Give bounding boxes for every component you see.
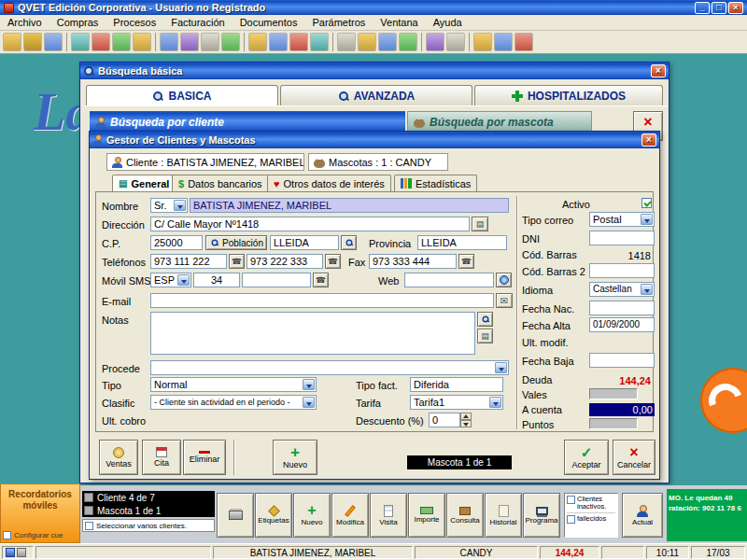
ventas-button[interactable]: Ventas bbox=[99, 440, 138, 475]
client-nav-button[interactable] bbox=[84, 493, 93, 502]
tarifa-select[interactable]: Tarifa1 bbox=[410, 395, 503, 410]
search-dialog-close-button[interactable]: × bbox=[651, 64, 666, 77]
stock-toolbar-icon[interactable] bbox=[221, 33, 240, 51]
web-input[interactable] bbox=[404, 273, 494, 287]
menu-archivo[interactable]: Archivo bbox=[0, 15, 49, 30]
sales-toolbar-icon[interactable] bbox=[92, 33, 110, 51]
fax-call-button[interactable]: ☎ bbox=[458, 254, 474, 269]
visita-button[interactable]: Visita bbox=[370, 493, 407, 538]
movil-input[interactable] bbox=[242, 273, 311, 287]
client-selector-tab[interactable]: Cliente : BATISTA JIMENEZ, MARIBEL bbox=[106, 153, 304, 171]
calculator-toolbar-icon[interactable] bbox=[337, 33, 356, 51]
documents-toolbar-icon[interactable] bbox=[201, 33, 219, 51]
window-titlebar[interactable]: QVET Edición Corporativa - Usuario no Re… bbox=[0, 0, 747, 15]
cp-input[interactable]: 25000 bbox=[150, 235, 203, 250]
poblacion-input[interactable]: LLEIDA bbox=[270, 235, 339, 250]
telefono1-call-button[interactable]: ☎ bbox=[229, 254, 245, 269]
tab-avanzada[interactable]: AVANZADA bbox=[280, 85, 472, 105]
tickets-toolbar-icon[interactable] bbox=[133, 33, 151, 51]
tipo-select[interactable]: Normal bbox=[150, 377, 317, 392]
inactivos-checkbox[interactable] bbox=[567, 496, 575, 504]
fechanac-input[interactable] bbox=[589, 301, 655, 315]
menu-procesos[interactable]: Procesos bbox=[106, 15, 163, 30]
pet-nav-button[interactable] bbox=[84, 506, 93, 515]
calendar-toolbar-icon[interactable] bbox=[358, 33, 376, 51]
messages-toolbar-icon[interactable] bbox=[378, 33, 397, 51]
provincia-input[interactable]: LLEIDA bbox=[417, 235, 507, 250]
maximize-button[interactable]: □ bbox=[712, 2, 726, 14]
programa-button[interactable]: Programa bbox=[523, 493, 560, 538]
search-dialog-titlebar[interactable]: Búsqueda básica × bbox=[80, 63, 669, 79]
descuento-input[interactable]: 0 bbox=[429, 413, 460, 427]
chevron-down-icon[interactable] bbox=[303, 397, 315, 408]
cancelar-button[interactable]: × Cancelar bbox=[613, 440, 655, 475]
chevron-down-icon[interactable] bbox=[489, 397, 501, 408]
pais-select[interactable]: ESP bbox=[150, 273, 191, 287]
prefijo-input[interactable]: 34 bbox=[193, 273, 240, 287]
descuento-up-button[interactable] bbox=[460, 413, 472, 420]
purchases-toolbar-icon[interactable] bbox=[248, 33, 267, 51]
manager-dialog-close-button[interactable]: × bbox=[641, 133, 656, 147]
email-send-button[interactable]: ✉ bbox=[496, 293, 513, 308]
chevron-down-icon[interactable] bbox=[177, 274, 190, 286]
notas-edit-button[interactable]: ▤ bbox=[477, 329, 493, 343]
codbarras2-input[interactable] bbox=[589, 263, 655, 278]
cash-toolbar-icon[interactable] bbox=[112, 33, 131, 51]
clients-toolbar-icon[interactable] bbox=[3, 33, 21, 51]
etiquetas-button[interactable]: Etiquetas bbox=[255, 493, 292, 538]
print-toolbar-icon[interactable] bbox=[426, 33, 444, 51]
chevron-down-icon[interactable] bbox=[641, 214, 653, 225]
invoices-toolbar-icon[interactable] bbox=[160, 33, 178, 51]
descuento-down-button[interactable] bbox=[460, 420, 472, 427]
direccion-lookup-button[interactable]: ▤ bbox=[472, 217, 488, 231]
pets-toolbar-icon[interactable] bbox=[23, 33, 42, 51]
menu-facturacion[interactable]: Facturación bbox=[163, 15, 232, 30]
manager-dialog-titlebar[interactable]: Gestor de Clientes y Mascotas × bbox=[90, 132, 659, 148]
statistics-toolbar-icon[interactable] bbox=[310, 33, 329, 51]
actual-button[interactable]: Actual bbox=[622, 493, 663, 538]
poblacion-lookup-button[interactable] bbox=[341, 235, 357, 250]
chevron-down-icon[interactable] bbox=[641, 284, 653, 295]
consulta-button[interactable]: Consulta bbox=[446, 493, 484, 538]
procede-select[interactable] bbox=[150, 360, 509, 375]
tab-basica[interactable]: BASICA bbox=[86, 85, 278, 105]
notas-zoom-button[interactable] bbox=[477, 312, 493, 327]
reminders-config-checkbox[interactable] bbox=[3, 531, 11, 539]
idioma-select[interactable]: Castellan bbox=[589, 282, 655, 297]
modifica-button[interactable]: Modifica bbox=[331, 493, 369, 538]
close-button[interactable]: × bbox=[728, 2, 743, 14]
chevron-down-icon[interactable] bbox=[495, 362, 507, 373]
telefono2-call-button[interactable]: ☎ bbox=[325, 254, 341, 269]
exit-toolbar-icon[interactable] bbox=[514, 33, 533, 51]
menu-compras[interactable]: Compras bbox=[49, 15, 106, 30]
fallecidos-checkbox[interactable] bbox=[567, 515, 575, 524]
labels-toolbar-icon[interactable] bbox=[446, 33, 465, 51]
tab-datos-bancarios[interactable]: $ Datos bancarios bbox=[172, 175, 269, 191]
eliminar-button[interactable]: Eliminar bbox=[183, 440, 226, 475]
reports-toolbar-icon[interactable] bbox=[289, 33, 308, 51]
cita-button[interactable]: Cita bbox=[142, 440, 181, 475]
notas-textarea[interactable] bbox=[150, 312, 475, 355]
pet-search-header[interactable]: Búsqueda por mascota bbox=[407, 111, 592, 133]
appointments-toolbar-icon[interactable] bbox=[71, 33, 90, 51]
select-clients-checkbox[interactable] bbox=[85, 522, 93, 530]
menu-ventana[interactable]: Ventana bbox=[373, 15, 425, 30]
titulo-select[interactable]: Sr. bbox=[150, 198, 188, 213]
chevron-down-icon[interactable] bbox=[303, 379, 315, 390]
help-toolbar-icon[interactable] bbox=[494, 33, 513, 51]
tab-estadisticas[interactable]: Estadísticas bbox=[394, 175, 477, 191]
client-search-header[interactable]: Búsqueda por cliente bbox=[90, 111, 405, 133]
menu-documentos[interactable]: Documentos bbox=[233, 15, 305, 30]
tipocorreo-select[interactable]: Postal bbox=[589, 212, 655, 227]
email-input[interactable] bbox=[150, 293, 494, 308]
tab-otros-datos[interactable]: ♥ Otros datos de interés bbox=[267, 175, 391, 191]
historial-button[interactable]: Historial bbox=[485, 493, 522, 538]
reminders-config-link[interactable]: Configurar cue bbox=[14, 531, 63, 539]
tipofact-input[interactable]: Diferida bbox=[410, 377, 503, 392]
nuevo-button[interactable]: + Nuevo bbox=[273, 440, 317, 475]
direccion-input[interactable]: C/ Calle Mayor Nº1418 bbox=[150, 217, 470, 231]
nuevo-cliente-button[interactable]: + Nuevo bbox=[293, 493, 331, 538]
search-toolbar-icon[interactable] bbox=[44, 33, 63, 51]
dni-input[interactable] bbox=[589, 231, 655, 245]
movil-sms-button[interactable]: ☎ bbox=[313, 273, 329, 287]
